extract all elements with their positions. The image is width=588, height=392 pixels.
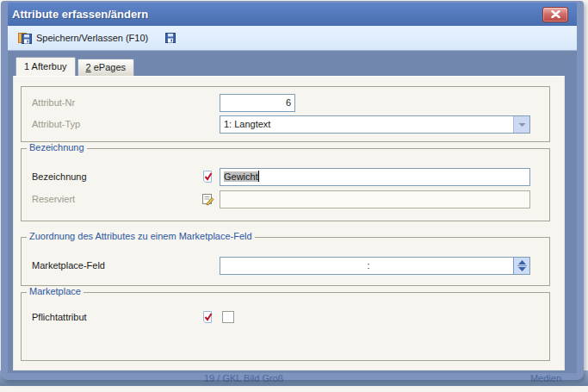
- tab-epages-label: ePages: [91, 62, 126, 72]
- desktop-background: { "window": { "title": "Attribute erfass…: [0, 0, 588, 392]
- bezeichnung-input[interactable]: Gewicht: [220, 168, 530, 186]
- edit-note-icon[interactable]: [201, 192, 214, 206]
- group-zuordnung-title: Zuordnung des Attributes zu einem Market…: [27, 231, 255, 241]
- attribut-typ-value: 1: Langtext: [220, 116, 513, 133]
- spinner-up-icon: [518, 260, 526, 264]
- group-marketplace: Marketplace Pflichtattribut: [21, 292, 550, 361]
- spinner-divider: [517, 265, 527, 266]
- spinner-down-icon: [518, 267, 526, 271]
- save-exit-label: Speichern/Verlassen (F10): [36, 33, 148, 43]
- marketplace-feld-select[interactable]: :: [220, 257, 530, 275]
- tab-afterbuy-label: 1 Afterbuy: [24, 61, 67, 72]
- chevron-down-icon: [518, 122, 526, 128]
- marketplace-feld-value: :: [220, 258, 513, 274]
- reserviert-label: Reserviert: [32, 190, 75, 208]
- save-exit-button[interactable]: Speichern/Verlassen (F10): [15, 29, 152, 47]
- validation-check-icon[interactable]: [201, 310, 214, 324]
- save-exit-icon: [18, 31, 32, 45]
- toolbar: Speichern/Verlassen (F10): [8, 26, 577, 51]
- group-bezeichnung: Bezeichnung Bezeichnung Gewicht Reservie…: [21, 148, 550, 221]
- bezeichnung-value: Gewicht: [224, 171, 258, 182]
- tab-strip: 1 Afterbuy 2 ePages: [15, 57, 565, 76]
- save-button[interactable]: [160, 29, 181, 47]
- bezeichnung-label: Bezeichnung: [32, 168, 87, 186]
- marketplace-feld-label: Marketplace-Feld: [32, 257, 105, 275]
- text-caret: [258, 171, 259, 182]
- close-button[interactable]: [542, 7, 568, 22]
- close-icon: [551, 10, 560, 18]
- window-title: Attribute erfassen/ändern: [12, 8, 542, 21]
- dialog-window: Attribute erfassen/ändern Speichern/Verl…: [1, 1, 584, 380]
- marketplace-feld-spinner[interactable]: [513, 258, 529, 274]
- attribut-typ-select[interactable]: 1: Langtext: [220, 115, 530, 134]
- pflichtattribut-checkbox[interactable]: [222, 311, 234, 323]
- title-bar: Attribute erfassen/ändern: [8, 3, 577, 26]
- attribut-typ-dropdown-button[interactable]: [513, 116, 529, 133]
- attribut-typ-label: Attribut-Typ: [32, 115, 80, 134]
- tab-area: 1 Afterbuy 2 ePages Attribut-Nr 6 Attrib…: [8, 51, 577, 373]
- group-zuordnung: Zuordnung des Attributes zu einem Market…: [21, 237, 550, 286]
- pflichtattribut-label: Pflichtattribut: [32, 308, 87, 327]
- reserviert-input[interactable]: [220, 190, 530, 208]
- tab-afterbuy[interactable]: 1 Afterbuy: [15, 57, 76, 76]
- save-icon: [164, 31, 177, 45]
- group-bezeichnung-title: Bezeichnung: [27, 142, 87, 152]
- validation-check-icon[interactable]: [201, 170, 214, 184]
- group-marketplace-title: Marketplace: [27, 286, 84, 296]
- tab-content-panel: Attribut-Nr 6 Attribut-Typ 1: Langtext B…: [13, 76, 565, 370]
- attribut-nr-label: Attribut-Nr: [32, 94, 75, 112]
- tab-epages[interactable]: 2 ePages: [77, 59, 135, 76]
- group-attribut: Attribut-Nr 6 Attribut-Typ 1: Langtext: [21, 86, 550, 142]
- attribut-nr-input[interactable]: 6: [220, 94, 295, 112]
